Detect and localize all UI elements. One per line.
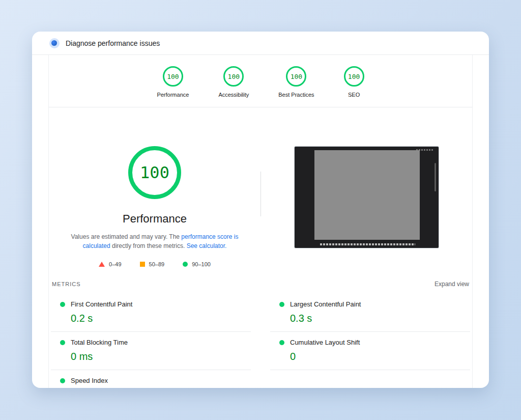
pass-dot-icon	[60, 378, 65, 383]
score-ring: 100	[344, 66, 364, 87]
metric-name: Speed Index	[71, 377, 108, 384]
score-ring: 100	[286, 66, 306, 87]
metric-first-contentful-paint: First Contentful Paint 0.2 s	[51, 294, 251, 332]
metrics-section: METRICS Expand view First Contentful Pai…	[49, 278, 472, 388]
metric-name: Cumulative Layout Shift	[290, 339, 360, 346]
see-calculator-link[interactable]: See calculator.	[187, 242, 227, 249]
performance-score-gauge: 100	[128, 146, 181, 199]
score-label: Accessibility	[218, 92, 249, 98]
metric-value: 0 ms	[71, 351, 251, 362]
lighthouse-beacon-icon	[49, 38, 60, 48]
score-ring: 100	[223, 66, 244, 87]
legend-item-fail: 0–49	[99, 261, 121, 267]
pass-dot-icon	[60, 340, 65, 345]
performance-overview-section: 100 Performance Values are estimated and…	[49, 107, 472, 278]
score-gauge-performance[interactable]: 100 Performance	[157, 66, 189, 98]
metric-label-row: Cumulative Layout Shift	[279, 339, 470, 346]
metric-name: Largest Contentful Paint	[290, 300, 361, 308]
average-square-icon	[140, 262, 145, 267]
page-screenshot-thumbnail[interactable]	[294, 146, 439, 248]
metric-label-row: Total Blocking Time	[60, 339, 251, 346]
fail-triangle-icon	[99, 262, 105, 267]
score-label: Performance	[157, 92, 189, 98]
metric-speed-index: Speed Index 0.3 s	[51, 370, 251, 388]
pass-dot-icon	[279, 302, 284, 307]
score-disclaimer-text: Values are estimated and may vary. The p…	[70, 232, 240, 250]
score-label: Best Practices	[278, 92, 314, 98]
legend-range: 90–100	[192, 261, 211, 267]
performance-gauge-column: 100 Performance Values are estimated and…	[49, 146, 260, 267]
disclaimer-part1: Values are estimated and may vary. The	[71, 233, 182, 240]
metric-value: 0.2 s	[71, 313, 251, 324]
legend-range: 50–89	[149, 261, 165, 267]
legend-range: 0–49	[109, 261, 121, 267]
metric-value: 0	[290, 351, 470, 362]
screenshot-column	[260, 146, 472, 267]
lighthouse-report-card: Diagnose performance issues 100 Performa…	[32, 32, 489, 388]
performance-section-title: Performance	[49, 212, 260, 226]
metrics-header-row: METRICS Expand view	[51, 278, 470, 294]
metric-name: First Contentful Paint	[71, 300, 132, 308]
page-title: Diagnose performance issues	[66, 39, 160, 47]
thumbnail-scrollbar	[435, 163, 436, 191]
disclaimer-part2: directly from these metrics.	[110, 242, 187, 249]
thumbnail-caption-text-placeholder	[320, 243, 415, 245]
report-header: Diagnose performance issues	[32, 32, 489, 55]
score-ring: 100	[163, 66, 183, 87]
metric-total-blocking-time: Total Blocking Time 0 ms	[51, 332, 251, 370]
metrics-section-title: METRICS	[52, 281, 81, 287]
pass-dot-icon	[60, 302, 65, 307]
metric-value: 0.3 s	[290, 313, 470, 324]
score-summary-row: 100 Performance 100 Accessibility 100 Be…	[49, 55, 472, 107]
pass-circle-icon	[183, 262, 188, 267]
metric-cumulative-layout-shift: Cumulative Layout Shift 0	[270, 332, 470, 370]
metric-largest-contentful-paint: Largest Contentful Paint 0.3 s	[270, 294, 470, 332]
expand-view-button[interactable]: Expand view	[435, 281, 469, 288]
metric-label-row: Speed Index	[60, 377, 251, 384]
legend-item-pass: 90–100	[183, 261, 211, 267]
metric-empty-cell	[270, 370, 470, 388]
thumbnail-page-content	[314, 150, 420, 240]
metric-label-row: Largest Contentful Paint	[279, 300, 470, 308]
score-gauge-accessibility[interactable]: 100 Accessibility	[218, 66, 249, 98]
score-gauge-seo[interactable]: 100 SEO	[344, 66, 364, 98]
legend-item-average: 50–89	[140, 261, 165, 267]
score-scale-legend: 0–49 50–89 90–100	[49, 261, 260, 267]
report-body: 100 Performance 100 Accessibility 100 Be…	[48, 55, 473, 388]
score-label: SEO	[348, 92, 360, 98]
metric-label-row: First Contentful Paint	[60, 300, 251, 308]
score-gauge-best-practices[interactable]: 100 Best Practices	[278, 66, 314, 98]
pass-dot-icon	[279, 340, 284, 345]
metric-name: Total Blocking Time	[71, 339, 128, 346]
metrics-grid: First Contentful Paint 0.2 s Largest Con…	[51, 294, 470, 388]
